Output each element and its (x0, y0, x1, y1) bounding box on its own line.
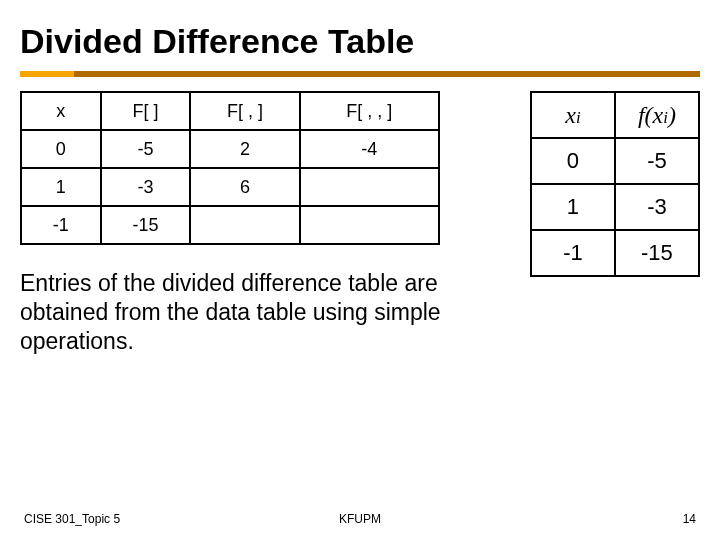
data-points-table: xi f(xi) 0 -5 1 -3 -1 -15 (530, 91, 700, 277)
dd-cell: -5 (101, 130, 191, 168)
dd-cell (300, 206, 439, 244)
dd-cell: 2 (190, 130, 299, 168)
table-row: 0 -5 2 -4 (21, 130, 439, 168)
dd-cell: 0 (21, 130, 101, 168)
dd-cell: -4 (300, 130, 439, 168)
table-row: -1 -15 (531, 230, 699, 276)
data-cell: -5 (615, 138, 699, 184)
table-row: 0 -5 (531, 138, 699, 184)
dd-cell: 6 (190, 168, 299, 206)
data-header-xi: xi (531, 92, 615, 138)
divided-difference-table: x F[ ] F[ , ] F[ , , ] 0 -5 2 -4 1 -3 6 … (20, 91, 440, 245)
dd-cell (300, 168, 439, 206)
footer-page-number: 14 (683, 512, 696, 526)
dd-cell: -3 (101, 168, 191, 206)
data-cell: -1 (531, 230, 615, 276)
dd-header: F[ , ] (190, 92, 299, 130)
dd-cell: -15 (101, 206, 191, 244)
table-row: 1 -3 6 (21, 168, 439, 206)
footer: CISE 301_Topic 5 KFUPM 14 (0, 512, 720, 526)
data-cell: 0 (531, 138, 615, 184)
dd-header: F[ , , ] (300, 92, 439, 130)
footer-left: CISE 301_Topic 5 (24, 512, 120, 526)
footer-center: KFUPM (339, 512, 381, 526)
dd-header: x (21, 92, 101, 130)
dd-cell: 1 (21, 168, 101, 206)
dd-header: F[ ] (101, 92, 191, 130)
dd-cell: -1 (21, 206, 101, 244)
data-cell: 1 (531, 184, 615, 230)
dd-cell (190, 206, 299, 244)
title-underline (20, 71, 700, 77)
data-cell: -15 (615, 230, 699, 276)
table-row: -1 -15 (21, 206, 439, 244)
data-header-fxi: f(xi) (615, 92, 699, 138)
data-cell: -3 (615, 184, 699, 230)
description-text: Entries of the divided difference table … (20, 269, 450, 355)
table-row: 1 -3 (531, 184, 699, 230)
page-title: Divided Difference Table (20, 22, 700, 61)
